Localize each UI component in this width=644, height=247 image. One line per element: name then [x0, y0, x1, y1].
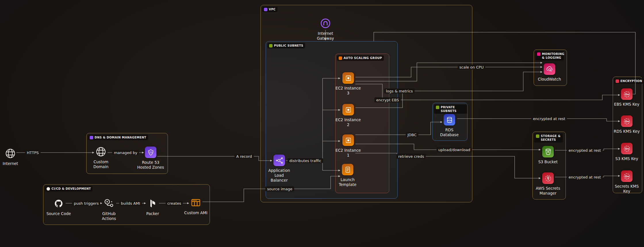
ec2-icon: [342, 72, 354, 84]
node-label: EC2 Instance 3: [334, 86, 362, 96]
edge-label-https: HTTPS: [25, 150, 41, 155]
group-private-subnets-header: PRIVATE SUBNETS: [434, 105, 467, 114]
node-custom-ami[interactable]: Custom AMI: [182, 197, 210, 215]
edge-label-scale-on-cpu: scale on CPU: [458, 65, 485, 70]
ec2-icon: [342, 104, 354, 115]
kms-key-icon: [621, 88, 632, 100]
kms-key-icon: [621, 170, 632, 182]
group-dns-label: DNS & DOMAIN MANAGEMENT: [95, 136, 146, 139]
edge-label-builds-ami: builds AMI: [119, 201, 142, 206]
storage-badge-icon: [536, 134, 539, 138]
node-ebs-kms-key[interactable]: EBS KMS Key: [613, 88, 641, 107]
group-monitoring-header: MONITORING & LOGGING: [535, 51, 564, 60]
node-secrets-manager[interactable]: AWS Secrets Manager: [534, 172, 562, 196]
node-launch-template[interactable]: Launch Template: [334, 164, 361, 187]
edge-label-s3-encrypted: encrypted at rest: [567, 148, 603, 153]
node-label: Source Code: [46, 211, 71, 216]
diagram-canvas[interactable]: VPC PUBLIC SUBNETS AUTO SCALING GROUP PR…: [0, 0, 644, 247]
edge-label-distributes-traffic: distributes traffic: [288, 158, 323, 163]
monitoring-badge-icon: [537, 52, 540, 56]
cicd-badge-icon: [47, 187, 50, 191]
node-internet-gateway[interactable]: Internet Gateway: [312, 18, 339, 41]
launch-template-icon: [342, 164, 353, 175]
group-dns-header: DNS & DOMAIN MANAGEMENT: [88, 135, 148, 140]
group-public-subnets-header: PUBLIC SUBNETS: [267, 43, 305, 48]
group-encryption-label: ENCRYPTION: [620, 79, 642, 83]
node-cloudwatch[interactable]: CloudWatch: [536, 63, 563, 82]
node-label: S3 Bucket: [538, 159, 558, 164]
node-label: RDS Database: [436, 128, 463, 137]
node-label: Packer: [146, 211, 159, 216]
node-internet[interactable]: Internet: [0, 148, 24, 166]
load-balancer-icon: [273, 155, 285, 166]
kms-key-icon: [621, 115, 632, 127]
node-rds-kms-key[interactable]: RDS KMS Key: [613, 115, 641, 134]
edge-label-creates: creates: [166, 201, 183, 206]
node-label: AWS Secrets Manager: [534, 186, 562, 196]
ami-icon: [190, 197, 202, 208]
node-label: GitHub Actions: [95, 211, 123, 221]
node-label: S3 KMS Key: [615, 156, 638, 161]
ec2-icon: [342, 134, 354, 146]
edge-label-logs-metrics: logs & metrics: [384, 89, 415, 94]
node-label: Custom Domain: [87, 159, 115, 169]
cloudwatch-icon: [544, 63, 555, 75]
node-label: Internet: [3, 161, 18, 166]
group-vpc-label: VPC: [269, 7, 276, 11]
dns-badge-icon: [90, 136, 93, 139]
group-cicd-header: CI/CD & DEVELOPMENT: [45, 186, 93, 191]
github-actions-icon: [103, 198, 115, 209]
node-ec2-instance-3[interactable]: EC2 Instance 3: [334, 72, 362, 96]
group-vpc-header: VPC: [262, 7, 277, 12]
node-secrets-kms-key[interactable]: Secrets KMS Key: [613, 170, 641, 194]
edge-label-encrypt-ebs: encrypt EBS: [374, 98, 400, 102]
group-public-subnets-label: PUBLIC SUBNETS: [274, 44, 303, 48]
node-label: Launch Template: [334, 177, 361, 187]
edge-label-a-record: A record: [235, 154, 254, 159]
node-ec2-instance-1[interactable]: EC2 Instance 1: [334, 134, 362, 158]
node-custom-domain[interactable]: Custom Domain: [87, 146, 115, 169]
globe-icon: [5, 148, 16, 159]
node-label: Secrets KMS Key: [613, 184, 641, 194]
asg-badge-icon: [339, 56, 342, 60]
s3-bucket-icon: [542, 146, 554, 157]
subnet-badge-icon: [269, 44, 273, 48]
packer-icon: [147, 198, 158, 209]
edge-label-push-triggers: push triggers: [72, 201, 100, 206]
node-rds-database[interactable]: RDS Database: [436, 114, 463, 137]
node-label: Application Load Balancer: [265, 168, 293, 183]
node-label: CloudWatch: [538, 77, 561, 82]
route53-icon: [145, 147, 156, 158]
secrets-manager-icon: [542, 172, 554, 184]
node-label: Route 53 Hosted Zones: [137, 160, 164, 170]
node-label: Custom AMI: [184, 210, 208, 215]
subnet-badge-icon: [436, 106, 439, 109]
group-storage-label: STORAGE & SECRETS: [541, 134, 561, 142]
node-label: EBS KMS Key: [614, 102, 639, 107]
edge-label-jdbc: JDBC: [406, 132, 418, 137]
group-encryption-header: ENCRYPTION: [614, 78, 644, 84]
group-monitoring-label: MONITORING & LOGGING: [542, 52, 562, 60]
globe-icon: [95, 146, 107, 157]
node-packer[interactable]: Packer: [139, 198, 166, 216]
edge-a-record-line: [157, 156, 272, 161]
group-cicd-label: CI/CD & DEVELOPMENT: [51, 187, 91, 191]
edge-label-retrieve-creds: retrieve creds: [396, 154, 426, 159]
internet-gateway-icon: [320, 18, 331, 29]
node-s3-bucket[interactable]: S3 Bucket: [534, 146, 562, 164]
edge-label-upload-download: upload/download: [436, 147, 472, 152]
edge-label-secrets-encrypted: encrypted at rest: [567, 175, 603, 180]
node-source-code[interactable]: Source Code: [45, 198, 72, 216]
node-label: RDS KMS Key: [614, 129, 640, 134]
node-route53[interactable]: Route 53 Hosted Zones: [137, 147, 164, 170]
rds-icon: [444, 114, 455, 126]
vpc-badge-icon: [264, 8, 267, 11]
group-storage-header: STORAGE & SECRETS: [534, 133, 563, 142]
group-auto-scaling-label: AUTO SCALING GROUP: [344, 56, 382, 60]
node-s3-kms-key[interactable]: S3 KMS Key: [613, 143, 641, 161]
node-ec2-instance-2[interactable]: EC2 Instance 2: [334, 104, 362, 127]
encryption-badge-icon: [616, 79, 619, 83]
edge-label-rds-encrypted: encrypted at rest: [531, 116, 567, 121]
node-label: Internet Gateway: [312, 31, 339, 41]
node-label: EC2 Instance 2: [334, 117, 362, 127]
